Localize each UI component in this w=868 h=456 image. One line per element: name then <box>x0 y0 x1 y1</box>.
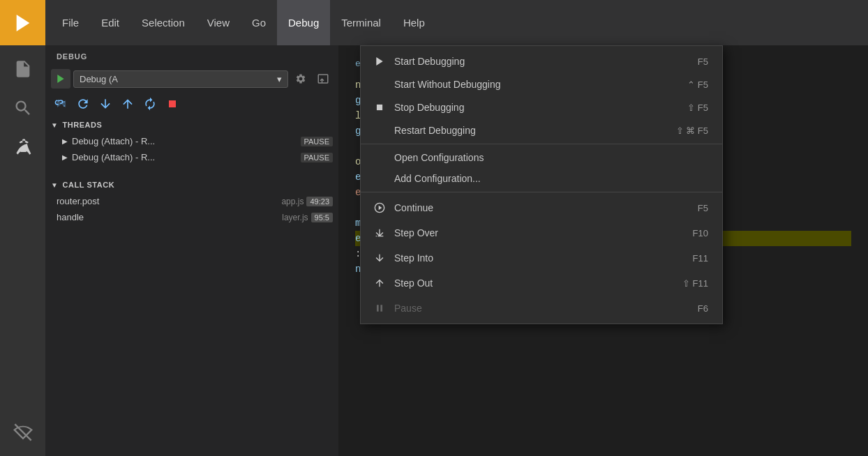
menu-restart-debugging[interactable]: Restart Debugging ⇧ ⌘ F5 <box>361 120 722 141</box>
menu-separator-1 <box>361 144 722 144</box>
step-out-up-icon <box>374 278 385 289</box>
menu-step-out[interactable]: Step Out ⇧ F11 <box>361 271 722 296</box>
menu-start-without-debugging-label: Start Without Debugging <box>394 79 671 90</box>
svg-marker-7 <box>379 206 382 211</box>
menu-step-over-label: Step Over <box>394 227 676 238</box>
menu-pause-label: Pause <box>394 303 681 314</box>
menu-stop-debugging-label: Stop Debugging <box>394 102 671 113</box>
play-icon <box>374 56 385 67</box>
menu-step-over[interactable]: Step Over F10 <box>361 220 722 245</box>
menu-stop-debugging-shortcut: ⇧ F5 <box>687 102 708 113</box>
menu-add-configuration-label: Add Configuration... <box>394 173 691 184</box>
menu-start-debugging-shortcut: F5 <box>698 56 708 67</box>
menu-step-into-label: Step Into <box>394 252 676 264</box>
menu-step-into-shortcut: F11 <box>693 253 708 264</box>
svg-marker-4 <box>376 57 382 66</box>
menu-continue[interactable]: Continue F5 <box>361 195 722 220</box>
menu-add-configuration[interactable]: Add Configuration... <box>361 168 722 189</box>
menu-start-without-debugging[interactable]: Start Without Debugging ⌃ F5 <box>361 74 722 95</box>
menu-separator-2 <box>361 192 722 192</box>
pause-bars-icon <box>374 303 385 314</box>
menu-start-debugging-label: Start Debugging <box>394 56 681 67</box>
step-over-menu-icon <box>372 225 387 241</box>
start-debugging-icon <box>372 54 387 69</box>
step-over-arrow-icon <box>374 227 385 238</box>
continue-arrow-icon <box>374 202 385 213</box>
stop-debugging-icon <box>372 100 387 115</box>
menu-restart-debugging-shortcut: ⇧ ⌘ F5 <box>676 126 708 136</box>
step-out-menu-icon <box>372 275 387 291</box>
menu-restart-debugging-label: Restart Debugging <box>394 125 659 136</box>
menu-start-debugging[interactable]: Start Debugging F5 <box>361 49 722 74</box>
debug-dropdown-menu: Start Debugging F5 Start Without Debuggi… <box>360 45 723 324</box>
menu-stop-debugging[interactable]: Stop Debugging ⇧ F5 <box>361 95 722 120</box>
dropdown-overlay[interactable]: Start Debugging F5 Start Without Debuggi… <box>0 0 868 456</box>
step-into-down-icon <box>374 252 385 264</box>
menu-continue-shortcut: F5 <box>698 203 708 213</box>
menu-open-configurations-label: Open Configurations <box>394 152 691 163</box>
stop-square-icon <box>375 102 384 112</box>
continue-icon <box>372 200 387 215</box>
menu-start-without-debugging-shortcut: ⌃ F5 <box>687 79 708 90</box>
menu-pause[interactable]: Pause F6 <box>361 296 722 321</box>
menu-step-out-shortcut: ⇧ F11 <box>682 278 708 289</box>
menu-open-configurations[interactable]: Open Configurations <box>361 147 722 168</box>
menu-step-out-label: Step Out <box>394 278 666 289</box>
menu-pause-shortcut: F6 <box>698 303 708 314</box>
svg-rect-5 <box>377 105 382 110</box>
menu-step-into[interactable]: Step Into F11 <box>361 245 722 271</box>
step-into-menu-icon <box>372 250 387 266</box>
menu-step-over-shortcut: F10 <box>693 228 708 238</box>
menu-continue-label: Continue <box>394 202 681 213</box>
pause-menu-icon <box>372 301 387 316</box>
